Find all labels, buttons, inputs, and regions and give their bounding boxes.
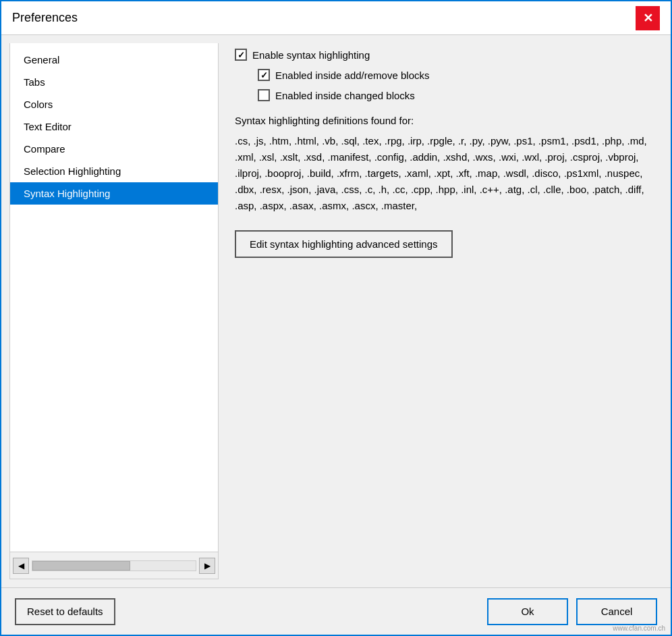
- definitions-title: Syntax highlighting definitions found fo…: [235, 115, 654, 126]
- enable-add-remove-label: Enabled inside add/remove blocks: [275, 70, 429, 81]
- sidebar-item-compare[interactable]: Compare: [10, 138, 218, 160]
- edit-settings-button[interactable]: Edit syntax highlighting advanced settin…: [235, 230, 453, 258]
- sidebar-item-colors[interactable]: Colors: [10, 93, 218, 115]
- watermark: www.cfan.com.ch: [613, 625, 665, 632]
- sidebar-item-selection-highlighting[interactable]: Selection Highlighting: [10, 160, 218, 182]
- scrollbar-thumb: [32, 561, 130, 571]
- enable-changed-row: Enabled inside changed blocks: [235, 89, 654, 101]
- dialog-title: Preferences: [12, 11, 78, 25]
- sidebar-item-text-editor[interactable]: Text Editor: [10, 115, 218, 138]
- close-button[interactable]: ✕: [636, 6, 660, 30]
- scrollbar-track[interactable]: [32, 560, 196, 571]
- main-content: General Tabs Colors Text Editor Compare …: [1, 35, 671, 587]
- cancel-button[interactable]: Cancel: [576, 598, 657, 625]
- reset-defaults-button[interactable]: Reset to defaults: [15, 598, 115, 625]
- definitions-text: .cs, .js, .htm, .html, .vb, .sql, .tex, …: [235, 133, 654, 214]
- scroll-left-button[interactable]: ◀: [13, 558, 29, 574]
- enable-syntax-checkbox[interactable]: [235, 49, 247, 61]
- sidebar: General Tabs Colors Text Editor Compare …: [9, 43, 219, 579]
- enable-changed-checkbox-wrapper[interactable]: Enabled inside changed blocks: [258, 89, 415, 101]
- sidebar-item-tabs[interactable]: Tabs: [10, 71, 218, 93]
- enable-syntax-row: Enable syntax highlighting: [235, 49, 654, 61]
- enable-add-remove-row: Enabled inside add/remove blocks: [235, 69, 654, 81]
- title-bar: Preferences ✕: [1, 1, 671, 35]
- ok-button[interactable]: Ok: [487, 598, 568, 625]
- enable-syntax-checkbox-wrapper[interactable]: Enable syntax highlighting: [235, 49, 370, 61]
- preferences-dialog: Preferences ✕ General Tabs Colors Text E…: [0, 0, 672, 636]
- content-panel: Enable syntax highlighting Enabled insid…: [219, 35, 671, 587]
- enable-add-remove-checkbox[interactable]: [258, 69, 270, 81]
- sidebar-item-syntax-highlighting[interactable]: Syntax Highlighting: [10, 182, 218, 205]
- enable-add-remove-checkbox-wrapper[interactable]: Enabled inside add/remove blocks: [258, 69, 429, 81]
- enable-changed-label: Enabled inside changed blocks: [275, 90, 415, 101]
- enable-syntax-label: Enable syntax highlighting: [252, 49, 370, 61]
- sidebar-list: General Tabs Colors Text Editor Compare …: [10, 43, 218, 552]
- footer-right-buttons: Ok Cancel: [487, 598, 657, 625]
- sidebar-item-general[interactable]: General: [10, 49, 218, 71]
- footer: Reset to defaults Ok Cancel: [1, 587, 671, 635]
- sidebar-scrollbar-area: ◀ ▶: [10, 552, 218, 579]
- enable-changed-checkbox[interactable]: [258, 89, 270, 101]
- scroll-right-button[interactable]: ▶: [199, 558, 215, 574]
